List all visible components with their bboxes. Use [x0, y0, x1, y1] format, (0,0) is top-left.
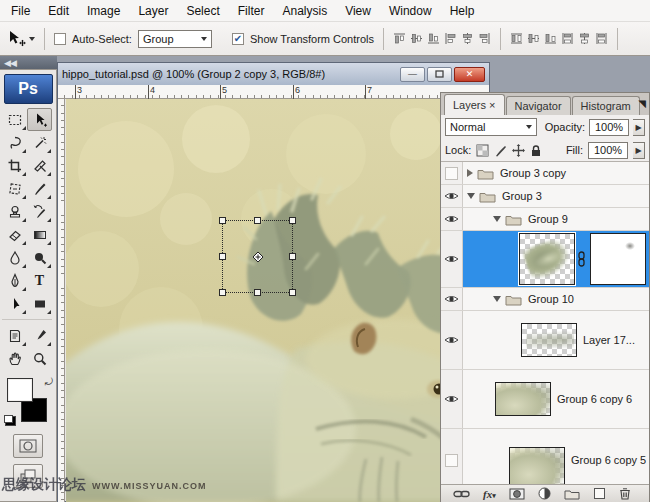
type-tool[interactable]: T — [27, 269, 52, 292]
horizontal-ruler[interactable]: 3 4 5 6 7 — [58, 85, 489, 99]
lock-transparency-icon[interactable] — [476, 144, 489, 157]
dodge-tool[interactable] — [27, 246, 52, 269]
expand-icon[interactable] — [467, 169, 473, 177]
mask-link-icon[interactable] — [577, 251, 586, 267]
transform-handle-top-center[interactable] — [254, 217, 261, 224]
align-horizontal-centers-icon[interactable] — [461, 32, 474, 45]
distribute-top-edges-icon[interactable] — [510, 32, 523, 45]
auto-select-dropdown[interactable]: Group — [138, 30, 212, 48]
align-top-edges-icon[interactable] — [393, 32, 406, 45]
menu-window[interactable]: Window — [380, 1, 441, 21]
move-tool[interactable] — [27, 108, 52, 131]
link-layers-icon[interactable] — [453, 489, 470, 499]
visibility-toggle[interactable] — [441, 429, 463, 484]
brush-tool[interactable] — [27, 177, 52, 200]
opacity-spinner-icon[interactable]: ▶ — [633, 119, 645, 136]
layer-row-group-3-copy[interactable]: Group 3 copy — [441, 162, 649, 185]
menu-help[interactable]: Help — [441, 1, 484, 21]
visibility-toggle[interactable] — [441, 162, 463, 184]
visibility-toggle[interactable] — [441, 231, 463, 287]
move-tool-preset[interactable] — [6, 30, 35, 48]
magic-wand-tool[interactable] — [27, 131, 52, 154]
distribute-vertical-centers-icon[interactable] — [527, 32, 540, 45]
transform-reference-point[interactable] — [252, 251, 263, 262]
blend-mode-dropdown[interactable]: Normal — [445, 118, 537, 136]
delete-layer-icon[interactable] — [619, 487, 631, 500]
align-bottom-edges-icon[interactable] — [427, 32, 440, 45]
lock-all-icon[interactable] — [530, 144, 542, 157]
layer-mask-thumbnail[interactable] — [590, 233, 646, 285]
restore-button[interactable] — [427, 67, 452, 82]
tab-histogram[interactable]: Histogram — [572, 96, 640, 115]
path-selection-tool[interactable] — [2, 292, 27, 315]
layer-row-selected[interactable] — [441, 231, 649, 288]
rectangular-marquee-tool[interactable] — [2, 108, 27, 131]
fill-value[interactable]: 100% — [588, 142, 628, 159]
visibility-toggle[interactable] — [441, 185, 463, 207]
menu-analysis[interactable]: Analysis — [273, 1, 336, 21]
distribute-bottom-edges-icon[interactable] — [544, 32, 557, 45]
lasso-tool[interactable] — [2, 131, 27, 154]
canvas[interactable] — [66, 99, 489, 502]
transform-handle-middle-right[interactable] — [289, 253, 296, 260]
layer-row-group-10[interactable]: Group 10 — [441, 288, 649, 311]
collapse-icon[interactable] — [493, 296, 501, 302]
show-transform-checkbox[interactable]: ✔ — [232, 33, 244, 45]
rectangle-shape-tool[interactable] — [27, 292, 52, 315]
clone-stamp-tool[interactable] — [2, 200, 27, 223]
visibility-toggle[interactable] — [441, 311, 463, 369]
menu-file[interactable]: File — [2, 1, 39, 21]
eyedropper-tool[interactable] — [27, 324, 52, 347]
layer-row-group-6-copy-6[interactable]: Group 6 copy 6 — [441, 370, 649, 429]
menu-view[interactable]: View — [336, 1, 380, 21]
opacity-value[interactable]: 100% — [589, 119, 629, 136]
tab-layers[interactable]: Layers × — [444, 94, 505, 115]
notes-tool[interactable] — [2, 324, 27, 347]
distribute-left-edges-icon[interactable] — [561, 32, 574, 45]
new-layer-icon[interactable] — [593, 487, 606, 500]
layer-thumbnail[interactable] — [519, 233, 575, 285]
distribute-horizontal-centers-icon[interactable] — [578, 32, 591, 45]
transform-handle-top-left[interactable] — [219, 217, 226, 224]
auto-select-checkbox[interactable] — [54, 33, 66, 45]
layer-row-group-9[interactable]: Group 9 — [441, 208, 649, 231]
layer-row-group-3[interactable]: Group 3 — [441, 185, 649, 208]
visibility-toggle[interactable] — [441, 208, 463, 230]
toolbar-collapse-header[interactable]: ◀◀ — [0, 56, 57, 69]
quick-mask-mode-button[interactable] — [13, 434, 43, 458]
align-vertical-centers-icon[interactable] — [410, 32, 423, 45]
distribute-right-edges-icon[interactable] — [595, 32, 608, 45]
layer-style-icon[interactable]: fx▾ — [483, 488, 496, 500]
collapse-icon[interactable] — [493, 216, 501, 222]
layer-row-layer-17[interactable]: Layer 17... — [441, 311, 649, 370]
add-layer-mask-icon[interactable] — [509, 488, 525, 500]
transform-handle-middle-left[interactable] — [219, 253, 226, 260]
swap-colors-icon[interactable]: ⤾ — [45, 376, 53, 388]
align-right-edges-icon[interactable] — [478, 32, 491, 45]
document-title-bar[interactable]: hippo_tutorial.psd @ 100% (Group 2 copy … — [58, 63, 489, 85]
transform-handle-bottom-left[interactable] — [219, 289, 226, 296]
foreground-color-swatch[interactable] — [7, 378, 33, 402]
close-button[interactable]: ✕ — [454, 67, 485, 82]
visibility-toggle[interactable] — [441, 370, 463, 428]
vertical-ruler[interactable] — [58, 99, 65, 502]
layer-thumbnail[interactable] — [509, 447, 565, 484]
layer-thumbnail[interactable] — [521, 323, 577, 357]
new-group-icon[interactable] — [564, 488, 580, 500]
menu-filter[interactable]: Filter — [229, 1, 274, 21]
adjustment-layer-icon[interactable] — [538, 487, 551, 500]
slice-tool[interactable] — [27, 154, 52, 177]
zoom-tool[interactable] — [27, 347, 52, 370]
panel-menu-icon[interactable]: ◥ — [638, 98, 646, 109]
transform-handle-top-right[interactable] — [289, 217, 296, 224]
visibility-toggle[interactable] — [441, 288, 463, 310]
hand-tool[interactable] — [2, 347, 27, 370]
menu-image[interactable]: Image — [78, 1, 129, 21]
menu-layer[interactable]: Layer — [129, 1, 177, 21]
crop-tool[interactable] — [2, 154, 27, 177]
layer-thumbnail[interactable] — [495, 382, 551, 416]
default-colors-icon[interactable] — [5, 416, 16, 426]
collapse-icon[interactable] — [467, 193, 475, 199]
align-left-edges-icon[interactable] — [444, 32, 457, 45]
blur-tool[interactable] — [2, 246, 27, 269]
